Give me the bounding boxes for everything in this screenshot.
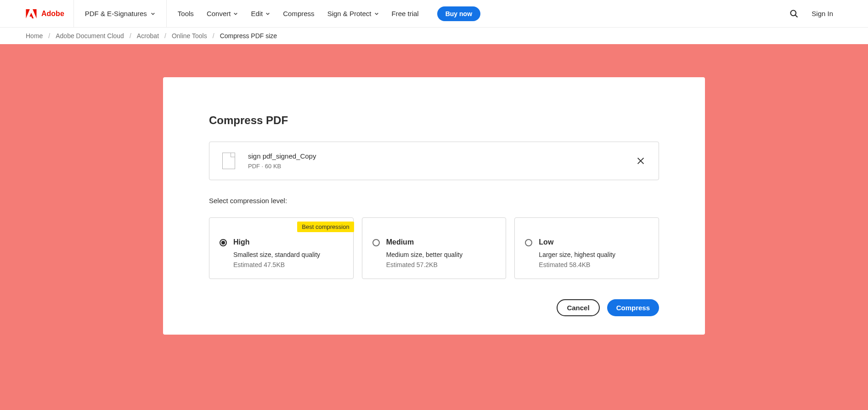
- nav-edit[interactable]: Edit: [251, 10, 270, 17]
- option-estimated: Estimated 57.2KB: [386, 261, 496, 268]
- breadcrumb-current: Compress PDF size: [220, 32, 277, 40]
- option-title: Medium: [386, 238, 496, 246]
- option-content: Medium Medium size, better quality Estim…: [386, 238, 496, 268]
- logo-section[interactable]: Adobe: [26, 0, 74, 28]
- adobe-logo-icon: [26, 9, 37, 18]
- category-label: PDF & E-Signatures: [85, 10, 147, 17]
- compress-button[interactable]: Compress: [607, 299, 659, 316]
- cancel-button[interactable]: Cancel: [557, 299, 599, 316]
- radio-medium[interactable]: [372, 239, 380, 246]
- option-medium[interactable]: Medium Medium size, better quality Estim…: [362, 217, 507, 279]
- svg-point-0: [791, 10, 796, 16]
- breadcrumb-home[interactable]: Home: [26, 32, 43, 40]
- nav-convert[interactable]: Convert: [207, 10, 238, 17]
- nav-sign-protect[interactable]: Sign & Protect: [327, 10, 379, 17]
- buy-now-button[interactable]: Buy now: [437, 6, 480, 21]
- breadcrumb-separator: /: [130, 32, 131, 40]
- close-icon[interactable]: [636, 156, 646, 166]
- nav-tools[interactable]: Tools: [178, 10, 194, 17]
- compression-options: Best compression High Smallest size, sta…: [209, 217, 659, 279]
- nav-free-trial[interactable]: Free trial: [392, 10, 419, 17]
- option-high[interactable]: Best compression High Smallest size, sta…: [209, 217, 354, 279]
- breadcrumb-online-tools[interactable]: Online Tools: [172, 32, 207, 40]
- compress-card: Compress PDF sign pdf_signed_Copy PDF · …: [163, 77, 705, 335]
- chevron-down-icon: [265, 11, 270, 16]
- select-compression-label: Select compression level:: [209, 197, 659, 205]
- page-title: Compress PDF: [209, 114, 659, 127]
- best-compression-badge: Best compression: [297, 222, 354, 232]
- file-box: sign pdf_signed_Copy PDF · 60 KB: [209, 142, 659, 180]
- nav-compress[interactable]: Compress: [283, 10, 314, 17]
- option-desc: Smallest size, standard quality: [233, 251, 343, 258]
- file-info: sign pdf_signed_Copy PDF · 60 KB: [248, 152, 623, 170]
- option-title: Low: [539, 238, 648, 246]
- breadcrumb-cloud[interactable]: Adobe Document Cloud: [56, 32, 124, 40]
- option-estimated: Estimated 58.4KB: [539, 261, 648, 268]
- radio-low[interactable]: [525, 239, 532, 246]
- category-dropdown[interactable]: PDF & E-Signatures: [74, 0, 167, 28]
- option-content: High Smallest size, standard quality Est…: [233, 238, 343, 268]
- main-nav: Tools Convert Edit Compress Sign & Prote…: [167, 6, 480, 21]
- breadcrumb-separator: /: [164, 32, 166, 40]
- breadcrumb-separator: /: [213, 32, 214, 40]
- file-name: sign pdf_signed_Copy: [248, 152, 623, 160]
- chevron-down-icon: [233, 11, 238, 16]
- actions-row: Cancel Compress: [209, 299, 659, 316]
- option-content: Low Larger size, highest quality Estimat…: [539, 238, 648, 268]
- breadcrumb: Home / Adobe Document Cloud / Acrobat / …: [0, 28, 868, 44]
- brand-name: Adobe: [41, 10, 64, 18]
- svg-line-1: [795, 15, 798, 17]
- radio-high[interactable]: [220, 239, 227, 246]
- option-title: High: [233, 238, 343, 246]
- header-right: Sign In: [789, 9, 842, 18]
- file-meta: PDF · 60 KB: [248, 163, 623, 170]
- chevron-down-icon: [151, 11, 155, 16]
- breadcrumb-acrobat[interactable]: Acrobat: [137, 32, 159, 40]
- option-desc: Medium size, better quality: [386, 251, 496, 258]
- search-icon[interactable]: [789, 9, 799, 18]
- breadcrumb-separator: /: [48, 32, 50, 40]
- main-section: Compress PDF sign pdf_signed_Copy PDF · …: [0, 44, 868, 410]
- sign-in-link[interactable]: Sign In: [812, 10, 842, 17]
- option-estimated: Estimated 47.5KB: [233, 261, 343, 268]
- main-header: Adobe PDF & E-Signatures Tools Convert E…: [0, 0, 868, 28]
- option-low[interactable]: Low Larger size, highest quality Estimat…: [514, 217, 659, 279]
- file-thumbnail-icon: [222, 153, 235, 169]
- chevron-down-icon: [374, 11, 379, 16]
- option-desc: Larger size, highest quality: [539, 251, 648, 258]
